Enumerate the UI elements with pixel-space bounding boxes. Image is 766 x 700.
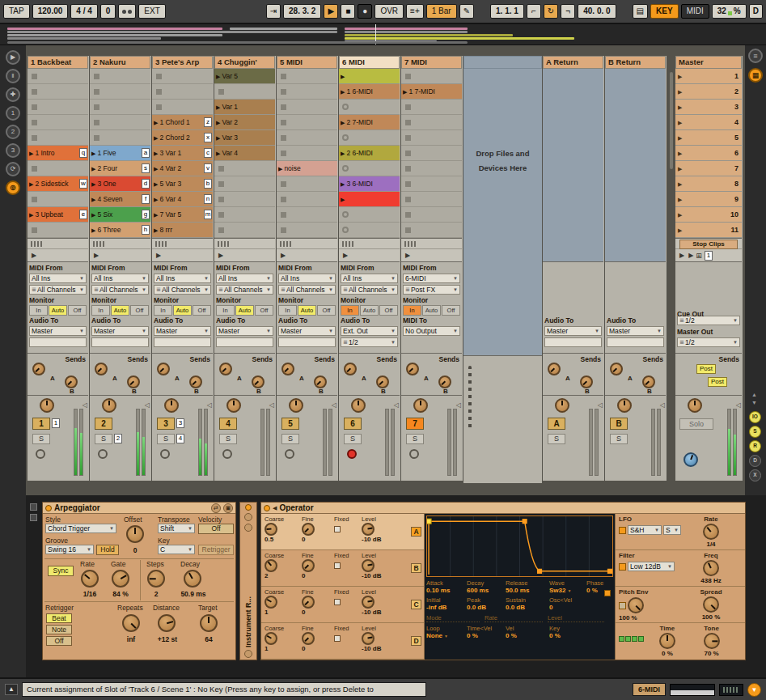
empty-clip-slot[interactable]	[277, 192, 337, 207]
input-channel-chooser[interactable]: ≣All Channels▼	[341, 285, 398, 295]
gate-knob[interactable]	[112, 570, 129, 588]
osc-row-B[interactable]: Coarse2Fine0FixedLevel-10 dBB	[261, 550, 424, 587]
empty-clip-slot[interactable]	[277, 146, 337, 161]
input-type-chooser[interactable]: All Ins▼	[91, 274, 149, 283]
empty-clip-slot[interactable]	[339, 161, 400, 176]
arp-transpose-chooser[interactable]: Shift▼	[158, 524, 195, 533]
output-type-chooser[interactable]: Master▼	[216, 326, 273, 336]
empty-clip-slot[interactable]	[28, 69, 88, 84]
decay-value[interactable]: 600 ms	[467, 587, 506, 594]
clip-slot[interactable]: ▶Var 2	[214, 115, 275, 130]
fine-knob[interactable]	[302, 632, 315, 645]
output-channel-chooser[interactable]: ≣1/2▼	[341, 337, 398, 347]
solo-button[interactable]: S	[219, 434, 237, 444]
empty-clip-slot[interactable]	[152, 69, 213, 84]
empty-clip-slot[interactable]	[214, 161, 275, 176]
clip-slot[interactable]: ▶1 Fivea	[90, 146, 150, 161]
monitor-in-button[interactable]: In	[341, 305, 359, 316]
send-a-knob[interactable]	[157, 363, 170, 375]
solo-button[interactable]: S	[548, 434, 565, 444]
draw-mode-icon[interactable]: ✎	[459, 4, 474, 19]
output-type-chooser[interactable]: Ext. Out▼	[341, 326, 398, 336]
arm-button[interactable]	[222, 449, 232, 459]
retrigger-off-button[interactable]: Off	[46, 636, 72, 646]
velocity-retrigger-button[interactable]: Retrigger	[198, 545, 234, 555]
track-activator[interactable]: 7	[406, 418, 424, 430]
monitor-in-button[interactable]: In	[154, 305, 172, 316]
clip-launch-icon[interactable]: ▶	[216, 74, 220, 79]
solo-button[interactable]: S	[281, 434, 299, 444]
empty-clip-slot[interactable]	[277, 130, 337, 146]
input-channel-chooser[interactable]: ≣All Channels▼	[91, 285, 149, 295]
clip-launch-icon[interactable]: ▶	[29, 212, 33, 218]
show-crossfader-toggle[interactable]: X	[749, 469, 761, 482]
send-b-knob[interactable]	[376, 375, 389, 388]
save-preset-icon[interactable]: ▣	[223, 503, 233, 513]
rate-knob[interactable]	[81, 570, 99, 588]
clip-launch-icon[interactable]: ▶	[29, 151, 33, 156]
stop-all-clips-slot[interactable]	[152, 238, 213, 248]
nudge-field[interactable]: 0	[100, 4, 116, 19]
output-type-chooser[interactable]: Master▼	[29, 326, 87, 336]
sustain-value[interactable]: 0.0 dB	[506, 604, 549, 611]
groove-pool-icon[interactable]: 3	[6, 143, 20, 158]
input-type-chooser[interactable]: All Ins▼	[154, 274, 211, 283]
time-vel-value[interactable]: 0 %	[467, 632, 506, 639]
clip-slot[interactable]: ▶4 Sevenf	[90, 192, 150, 207]
wave-chooser[interactable]: Sw32▼	[549, 587, 586, 594]
osc-vel-value[interactable]: 0	[549, 604, 586, 611]
monitor-off-button[interactable]: Off	[379, 305, 398, 316]
monitor-auto-button[interactable]: Auto	[111, 305, 129, 316]
resize-dots-icon[interactable]	[468, 366, 472, 429]
show-io-toggle[interactable]: IO	[749, 411, 761, 423]
fixed-checkbox[interactable]	[334, 635, 341, 642]
empty-clip-slot[interactable]	[277, 84, 337, 100]
stop-all-clips-slot[interactable]	[90, 238, 150, 248]
track-header[interactable]: 6 MIDI	[339, 56, 400, 69]
clip-slot[interactable]: ▶Var 5	[214, 69, 275, 84]
distance-knob[interactable]	[158, 614, 176, 632]
clip-launch-icon[interactable]: ▶	[91, 227, 95, 233]
steps-knob[interactable]	[147, 570, 165, 588]
clip-launch-icon[interactable]: ▶	[154, 151, 158, 156]
hide-detail-view-button[interactable]: ▼	[747, 683, 761, 697]
clip-slot[interactable]: ▶1 Chord 1z	[152, 115, 213, 130]
empty-clip-slot[interactable]	[152, 84, 213, 100]
track-header[interactable]: 3 Pete's Arp	[152, 56, 213, 69]
output-channel-chooser[interactable]	[544, 337, 602, 347]
arm-button[interactable]	[347, 449, 357, 459]
empty-clip-slot[interactable]	[214, 207, 275, 223]
solo-button[interactable]: S	[406, 434, 424, 444]
monitor-off-button[interactable]: Off	[193, 305, 211, 316]
send-b-knob[interactable]	[314, 375, 327, 388]
arrangement-position-field[interactable]: 28. 3. 2	[283, 4, 321, 19]
monitor-auto-button[interactable]: Auto	[298, 305, 316, 316]
stop-all-clips-slot[interactable]	[214, 238, 275, 248]
empty-clip-slot[interactable]	[339, 207, 400, 223]
stop-all-clips-slot[interactable]	[28, 238, 88, 248]
send-a-pre-post-toggle[interactable]: Post	[696, 364, 716, 374]
input-channel-chooser[interactable]: ≣All Channels▼	[278, 285, 336, 295]
output-channel-chooser[interactable]	[278, 337, 336, 347]
empty-clip-slot[interactable]	[90, 84, 150, 100]
empty-clip-slot[interactable]	[401, 130, 462, 146]
env-time-knob[interactable]	[659, 633, 675, 649]
send-a-knob[interactable]	[95, 363, 108, 375]
loop-switch-icon[interactable]: ↻	[544, 4, 558, 19]
arp-key-chooser[interactable]: C▼	[158, 545, 195, 554]
midi-map-mode-button[interactable]: MIDI	[681, 4, 709, 19]
pan-knob[interactable]	[688, 398, 702, 413]
clip-launch-icon[interactable]: ▶	[341, 120, 345, 125]
coarse-knob[interactable]	[265, 559, 277, 572]
coarse-knob[interactable]	[265, 596, 277, 609]
filter-type-chooser[interactable]: Low 12dB▼	[628, 562, 675, 571]
arm-button[interactable]	[98, 449, 108, 459]
stop-all-clips-slot[interactable]	[401, 238, 462, 248]
empty-clip-slot[interactable]	[339, 130, 400, 146]
empty-clip-slot[interactable]	[28, 130, 88, 146]
empty-clip-slot[interactable]	[339, 100, 400, 115]
session-scrollbar[interactable]	[667, 56, 675, 494]
coarse-knob[interactable]	[265, 632, 277, 645]
release-value[interactable]: 50.0 ms	[506, 587, 549, 594]
output-channel-chooser[interactable]	[154, 337, 211, 347]
